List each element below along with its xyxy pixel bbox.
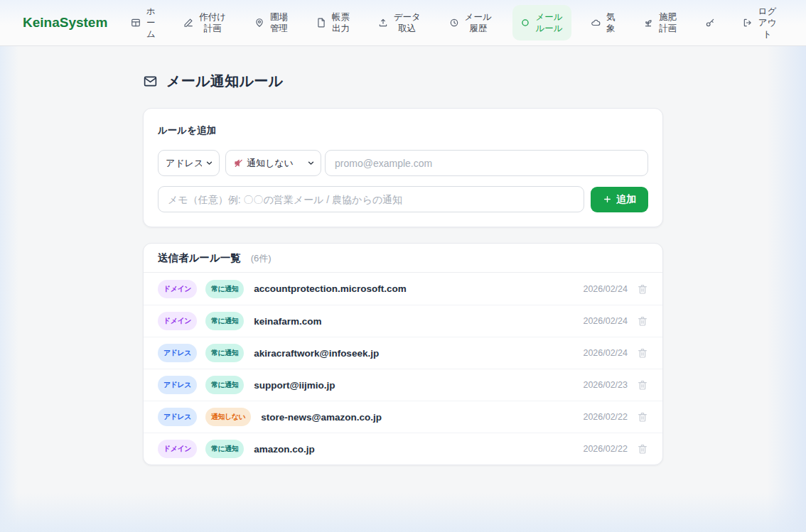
rule-target-input[interactable]	[325, 150, 648, 176]
cloud-icon	[591, 18, 601, 28]
sprout-icon	[643, 18, 653, 28]
chevron-down-icon	[205, 158, 214, 168]
nav-item-label: データ取込	[393, 11, 421, 34]
main-content: メール通知ルール ルールを追加 アドレス 通知しない	[0, 46, 806, 465]
rule-action-badge: 常に通知	[205, 280, 244, 298]
rules-list-header: 送信者ルール一覧 (6件)	[144, 244, 662, 273]
delete-rule-button[interactable]	[637, 443, 648, 455]
nav-items: ホーム作付け計画圃場管理帳票出力データ取込メール履歴メールルール気象施肥計画ログ…	[123, 0, 785, 46]
rule-date: 2026/02/24	[583, 284, 628, 294]
rules-list-count: (6件)	[251, 252, 272, 265]
rule-action-select-value: 通知しない	[247, 157, 303, 170]
nav-item-label: メールルール	[535, 11, 564, 34]
nav-item-label: 帳票出力	[331, 11, 350, 34]
delete-rule-button[interactable]	[637, 379, 648, 391]
nav-item-label: ログアウト	[758, 6, 777, 40]
rule-action-badge: 常に通知	[205, 312, 244, 330]
nav-item-label: ホーム	[146, 6, 156, 40]
rule-type-badge: アドレス	[158, 344, 197, 362]
mute-icon	[233, 158, 244, 168]
grid-icon	[131, 18, 141, 28]
rule-row: ドメイン常に通知accountprotection.microsoft.com2…	[144, 273, 662, 305]
nav-item-key[interactable]	[697, 11, 723, 34]
envelope-icon	[143, 74, 158, 89]
nav-item-data[interactable]: データ取込	[370, 5, 429, 40]
rule-type-badge: ドメイン	[158, 280, 197, 298]
rule-action-badge: 通知しない	[205, 408, 251, 426]
navbar: KeinaSystem ホーム作付け計画圃場管理帳票出力データ取込メール履歴メー…	[0, 0, 806, 46]
add-rule-card: ルールを追加 アドレス 通知しない 追加	[143, 108, 663, 227]
rule-type-badge: アドレス	[158, 376, 197, 394]
rule-date: 2026/02/22	[583, 444, 628, 454]
rule-action-badge: 常に通知	[205, 344, 244, 362]
rule-target: store-news@amazon.co.jp	[261, 412, 382, 423]
nav-item-label: 施肥計画	[658, 11, 677, 34]
rule-row: アドレス常に通知akiracraftwork@infoseek.jp2026/0…	[144, 337, 662, 369]
nav-item-logout[interactable]: ログアウト	[735, 0, 785, 46]
delete-rule-button[interactable]	[637, 283, 648, 295]
logout-icon	[743, 18, 753, 28]
document-icon	[316, 18, 326, 28]
nav-item-hojo[interactable]: 圃場管理	[247, 5, 296, 40]
upload-icon	[378, 18, 388, 28]
rule-target: akiracraftwork@infoseek.jp	[254, 348, 379, 359]
add-rule-section-label: ルールを追加	[158, 124, 648, 137]
pencil-icon	[183, 18, 193, 28]
rules-list-title: 送信者ルール一覧	[158, 251, 241, 265]
rule-row: アドレス常に通知support@iijmio.jp2026/02/23	[144, 369, 662, 401]
nav-item-mailhist[interactable]: メール履歴	[441, 5, 500, 40]
rule-row: アドレス通知しないstore-news@amazon.co.jp2026/02/…	[144, 401, 662, 433]
nav-item-kisho[interactable]: 気象	[583, 5, 623, 40]
ring-icon	[520, 18, 530, 28]
nav-item-sakutsuke[interactable]: 作付け計画	[176, 5, 235, 40]
nav-item-label: 気象	[606, 11, 616, 34]
nav-item-label: メール履歴	[464, 11, 493, 34]
nav-item-label: 圃場管理	[269, 11, 289, 34]
rule-date: 2026/02/23	[583, 380, 628, 390]
add-rule-button[interactable]: 追加	[591, 187, 648, 212]
rule-target: support@iijmio.jp	[254, 380, 335, 391]
delete-rule-button[interactable]	[637, 315, 648, 327]
rule-action-badge: 常に通知	[205, 440, 244, 458]
delete-rule-button[interactable]	[637, 347, 648, 359]
rule-date: 2026/02/24	[583, 316, 628, 326]
chevron-down-icon	[306, 158, 316, 168]
rule-action-select[interactable]: 通知しない	[225, 150, 321, 176]
plus-icon	[603, 195, 612, 204]
key-icon	[705, 18, 715, 28]
rule-row: ドメイン常に通知keinafarm.com2026/02/24	[144, 305, 662, 337]
rule-date: 2026/02/24	[583, 348, 628, 358]
rule-target: keinafarm.com	[254, 316, 321, 327]
rules-list-card: 送信者ルール一覧 (6件) ドメイン常に通知accountprotection.…	[143, 243, 663, 465]
rule-row: ドメイン常に通知amazon.co.jp2026/02/22	[144, 433, 662, 465]
nav-item-sehi[interactable]: 施肥計画	[635, 5, 685, 40]
brand-logo: KeinaSystem	[23, 15, 107, 31]
delete-rule-button[interactable]	[637, 411, 648, 423]
nav-item-chohyo[interactable]: 帳票出力	[308, 5, 358, 40]
map-pin-icon	[254, 18, 264, 28]
nav-item-label: 作付け計画	[198, 11, 227, 34]
rule-type-badge: アドレス	[158, 408, 197, 426]
nav-item-home[interactable]: ホーム	[123, 0, 163, 46]
rule-target: accountprotection.microsoft.com	[254, 283, 407, 294]
rules-list: ドメイン常に通知accountprotection.microsoft.com2…	[144, 273, 662, 465]
rule-action-badge: 常に通知	[205, 376, 244, 394]
add-rule-button-label: 追加	[616, 193, 636, 206]
page-title-row: メール通知ルール	[143, 46, 663, 89]
rule-type-select[interactable]: アドレス	[158, 150, 220, 176]
rule-memo-input[interactable]	[158, 186, 584, 212]
rule-type-select-value: アドレス	[166, 157, 202, 170]
rule-target: amazon.co.jp	[254, 444, 315, 455]
page-title: メール通知ルール	[166, 74, 283, 89]
nav-item-mailrule[interactable]: メールルール	[512, 5, 571, 40]
rule-type-badge: ドメイン	[158, 312, 197, 330]
rule-type-badge: ドメイン	[158, 440, 197, 458]
rule-date: 2026/02/22	[583, 412, 628, 422]
history-icon	[449, 18, 459, 28]
